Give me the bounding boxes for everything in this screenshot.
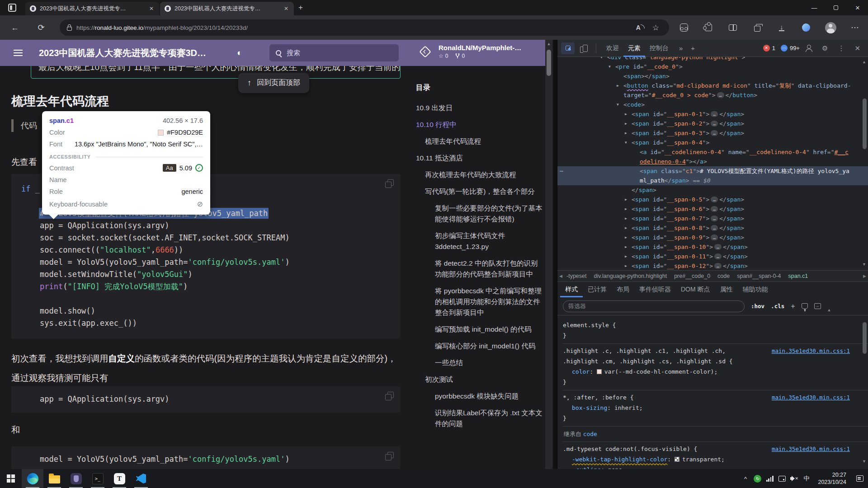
ime-panel-icon[interactable] — [776, 469, 788, 488]
styles-tab-已计算[interactable]: 已计算 — [583, 282, 612, 297]
toc-item[interactable]: 将 detect2.2 中的队友打包的识别功能部分的代码整合到新项目中 — [416, 258, 542, 280]
expand-icon[interactable]: ▶ — [625, 109, 627, 119]
workspaces-icon[interactable] — [8, 4, 16, 12]
dom-tree-row[interactable]: ▶<span id="__span-0-6">…</span> — [557, 204, 868, 214]
devtools-tab-元素[interactable]: 元素 — [623, 40, 645, 57]
rendering-brush-icon[interactable] — [802, 303, 808, 309]
dom-tree-row[interactable]: ▶<span id="__span-0-7">…</span> — [557, 214, 868, 223]
downloads-icon[interactable]: ↓ — [773, 19, 790, 36]
site-search[interactable]: 搜索 — [269, 44, 399, 61]
dom-tree-row[interactable]: ▶<span id="__span-0-10">…</span> — [557, 242, 868, 252]
taskbar-explorer-icon[interactable] — [43, 469, 65, 488]
css-selector[interactable]: element.style { — [563, 320, 850, 330]
expand-icon[interactable]: ▶ — [625, 119, 627, 128]
tray-expand-icon[interactable]: ^ — [739, 469, 751, 488]
collapse-icon[interactable]: ▼ — [600, 57, 603, 62]
tree-scroll-up-icon[interactable]: ▲ — [862, 60, 866, 64]
expand-icon[interactable]: ▶ — [625, 233, 627, 242]
styles-tab-事件侦听器[interactable]: 事件侦听器 — [634, 282, 676, 297]
theme-toggle-icon[interactable]: ◐ — [237, 48, 242, 58]
devtools-tab-欢迎[interactable]: 欢迎 — [602, 40, 623, 57]
styles-scrollbar-thumb[interactable] — [863, 322, 867, 354]
settings-gear-icon[interactable]: ⚙ — [820, 44, 830, 52]
class-toggle[interactable]: .cls — [771, 303, 784, 310]
dom-tree-row[interactable]: ▶<span id="__span-0-5">…</span> — [557, 195, 868, 204]
css-selector[interactable]: main.35e1ed30.min.css:1*, :after, :befor… — [563, 392, 850, 403]
url-text[interactable]: https://ronald-luo.gitee.io/mypamphlet-b… — [76, 24, 632, 31]
css-property[interactable]: -webkit-tap-highlight-color: transparent… — [563, 454, 850, 465]
browser-tab-active[interactable]: 2023中国机器人大赛先进视觉专… ✕ — [160, 2, 294, 15]
expand-icon[interactable]: ▶ — [625, 242, 627, 252]
page-scrollbar[interactable]: ▲ — [545, 40, 552, 469]
dom-tree-row[interactable]: ▼<code> — [557, 100, 868, 109]
tray-green-icon[interactable]: ↻ — [751, 469, 764, 488]
expand-icon[interactable]: ▶ — [625, 195, 627, 204]
toc-item[interactable]: 编写核心部分 init_model1() 代码 — [416, 341, 542, 352]
collections-icon[interactable] — [749, 19, 766, 36]
expand-icon[interactable]: ▶ — [625, 128, 627, 138]
inherited-element-link[interactable]: code — [583, 431, 597, 437]
scrollbar-thumb[interactable] — [547, 50, 551, 76]
styles-scroll-up-icon[interactable]: ▲ — [827, 308, 831, 312]
dom-tree-row[interactable]: <a id="__codelineno-0-4" name="__codelin… — [557, 147, 868, 166]
devtools-tab-控制台[interactable]: 控制台 — [645, 40, 673, 57]
color-swatch[interactable] — [675, 457, 679, 462]
toc-item[interactable]: 10.9 出发日 — [416, 103, 542, 113]
toc-item[interactable]: 初步编写主体代码文件 3ddetect_1.23.py — [416, 230, 542, 252]
dom-tree-row[interactable]: ▶<button class="md-clipboard md-icon" ti… — [557, 81, 868, 100]
toc-item[interactable]: 初次测试 — [416, 374, 542, 385]
css-selector[interactable]: main.35e1ed30.min.css:1.highlight .c, .h… — [563, 346, 850, 356]
styles-tab-属性[interactable]: 属性 — [715, 282, 738, 297]
dom-tree-row[interactable]: ▼<span id="__span-0-4"> — [557, 138, 868, 147]
styles-filter-input[interactable]: 筛选器 — [563, 300, 745, 312]
menu-icon[interactable] — [14, 50, 23, 56]
copy-icon[interactable] — [385, 452, 394, 460]
profile-avatar[interactable] — [822, 19, 839, 36]
messages-badge[interactable]: ⋯99+ — [781, 45, 800, 52]
dom-tree-row[interactable]: </span> — [557, 185, 868, 195]
dom-tree-row[interactable]: <span></span> — [557, 71, 868, 81]
styles-scroll-down-icon[interactable]: ▼ — [862, 459, 866, 464]
toc-item[interactable]: 编写预加载 init_model() 的代码 — [416, 324, 542, 335]
network-signal-icon[interactable] — [764, 469, 776, 488]
people-icon[interactable] — [805, 45, 814, 52]
toc-item[interactable]: 一些总结 — [416, 357, 542, 368]
styles-tab-样式[interactable]: 样式 — [560, 282, 583, 297]
toc-item[interactable]: 写代码(第一轮比赛)，整合各个部分 — [416, 186, 542, 197]
collapse-icon[interactable]: ▼ — [617, 100, 619, 109]
pseudo-state-toggle[interactable]: :hov — [751, 303, 764, 310]
taskbar-terminal-icon[interactable]: >_ — [87, 469, 108, 488]
toc-item[interactable]: 再次梳理去年代码的大致流程 — [416, 169, 542, 180]
breadcrumb-item-active[interactable]: span.c1 — [788, 273, 808, 279]
expand-icon[interactable]: ▶ — [625, 261, 627, 270]
ime-language-indicator[interactable]: 中 — [800, 469, 812, 488]
css-selector[interactable]: .highlight .cm, .highlight .cs, .highlig… — [563, 356, 850, 366]
styles-tab-DOM 断点[interactable]: DOM 断点 — [676, 282, 715, 297]
css-property[interactable]: box-sizing: inherit; — [563, 403, 850, 413]
address-bar[interactable]: https://ronald-luo.gitee.io/mypamphlet-b… — [60, 19, 669, 36]
back-to-top-button[interactable]: ↑ 回到页面顶部 — [238, 73, 309, 93]
read-aloud-icon[interactable]: A — [636, 24, 641, 31]
computed-sidebar-icon[interactable]: → — [814, 303, 821, 309]
more-menu-icon[interactable]: ⋯ — [846, 19, 863, 36]
copy-icon[interactable] — [385, 179, 394, 188]
toc-item[interactable]: 将 pyorbbecsdk 中之前编写和整理的相机调用功能和分割算法的文件整合到… — [416, 286, 542, 318]
browser-essentials-icon[interactable] — [675, 19, 693, 36]
extensions-icon[interactable] — [700, 19, 717, 36]
volume-muted-icon[interactable]: ✕ — [788, 469, 800, 488]
toc-item[interactable]: 识别结果Label不保存为 .txt 文本文件的问题 — [416, 408, 542, 429]
copilot-icon[interactable] — [797, 19, 815, 36]
expand-icon[interactable]: ▶ — [625, 214, 627, 223]
taskbar-typora-icon[interactable]: T — [108, 469, 130, 488]
collapse-icon[interactable]: ▼ — [625, 138, 627, 147]
dom-tree-row-selected[interactable]: ⋯<span class="c1"># YOLOV5模型配置文件(YAML格式)… — [557, 166, 868, 185]
favorite-star-icon[interactable]: ☆ — [652, 23, 659, 33]
row-actions-icon[interactable]: ⋯ — [560, 166, 564, 176]
error-badge[interactable]: ✕1 — [763, 45, 775, 52]
breadcrumb-item[interactable]: code — [717, 273, 730, 279]
dom-tree-row[interactable]: ▼<pre id="__code_0"> — [557, 62, 868, 71]
tab-close-icon[interactable]: ✕ — [148, 5, 155, 12]
minimize-button[interactable]: — — [804, 0, 825, 15]
devtools-close-icon[interactable]: ✕ — [852, 44, 863, 52]
split-screen-icon[interactable] — [724, 19, 741, 36]
